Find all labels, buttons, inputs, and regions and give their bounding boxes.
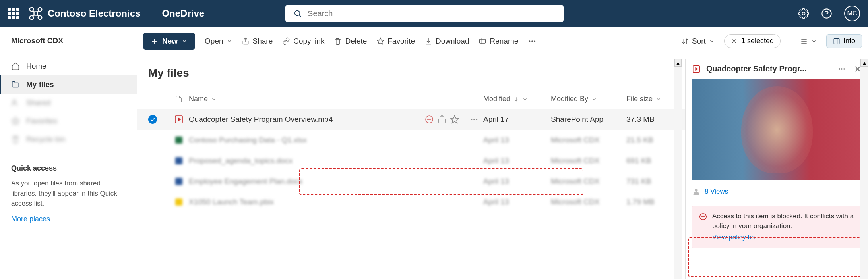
search-box[interactable] [285, 5, 564, 22]
table-row[interactable]: Quadcopter Safety Program Overview.mp4 A… [137, 109, 685, 130]
file-size: 691 KB [626, 156, 674, 165]
settings-icon[interactable] [798, 8, 809, 19]
blocked-icon [699, 212, 707, 221]
chevron-down-icon [656, 96, 661, 102]
check-icon [150, 117, 155, 122]
file-modifiedby: Microsoft CDX [551, 156, 626, 165]
svg-point-38 [473, 119, 475, 120]
share-icon[interactable] [437, 115, 447, 124]
file-name: Employee Engagement Plan.docx [189, 177, 302, 186]
avatar-initials: MC [847, 10, 857, 17]
file-size: 37.3 MB [626, 115, 674, 124]
svg-point-12 [822, 9, 831, 18]
col-modified-header[interactable]: Modified [483, 95, 551, 103]
list-view-icon [800, 37, 808, 45]
info-label: Info [843, 37, 855, 45]
col-modifiedby-header[interactable]: Modified By [551, 95, 626, 103]
chevron-down-icon [591, 96, 597, 102]
svg-line-10 [299, 15, 301, 17]
drone-icon [29, 6, 43, 21]
svg-point-51 [695, 189, 698, 192]
header-right: MC [798, 6, 860, 21]
search-input[interactable] [308, 9, 556, 18]
sidebar: Microsoft CDX Home My files Shared Favor… [0, 27, 137, 279]
table-row[interactable]: Contoso Purchasing Data - Q1.xlsx April … [137, 130, 685, 150]
svg-point-11 [802, 12, 805, 15]
chevron-down-icon [709, 38, 715, 44]
svg-line-7 [33, 15, 35, 16]
svg-marker-15 [12, 117, 19, 124]
svg-point-37 [471, 119, 473, 120]
file-modified: April 17 [483, 115, 551, 124]
pbix-file-icon [174, 197, 184, 207]
col-filesize-header[interactable]: File size [626, 95, 674, 103]
info-icon [833, 38, 840, 45]
svg-line-8 [37, 15, 39, 16]
table-header: Name Modified Modified By File size [137, 89, 685, 109]
row-check[interactable] [148, 115, 157, 124]
inner-scrollbar[interactable]: ▴ [674, 59, 682, 279]
file-modifiedby: Microsoft CDX [551, 136, 626, 144]
table-row[interactable]: X1050 Launch Team.pbix April 13 Microsof… [137, 192, 685, 212]
avatar[interactable]: MC [844, 6, 860, 21]
sort-label: Sort [692, 37, 706, 46]
file-modified: April 13 [483, 136, 551, 144]
help-icon[interactable] [821, 8, 832, 19]
sidebar-item-myfiles[interactable]: My files [0, 75, 137, 94]
selection-count[interactable]: 1 selected [724, 34, 781, 48]
file-size: 731 KB [626, 177, 674, 186]
svg-line-6 [37, 11, 39, 12]
file-name: Proposed_agenda_topics.docx [189, 156, 293, 165]
svg-marker-33 [178, 118, 180, 121]
close-icon[interactable] [731, 38, 737, 44]
home-icon [11, 62, 20, 71]
file-modified: April 13 [483, 198, 551, 206]
more-icon[interactable] [838, 65, 846, 73]
person-icon [692, 187, 701, 196]
sidebar-item-label: Recycle bin [26, 135, 65, 144]
blocked-icon[interactable] [424, 115, 434, 124]
scroll-up-arrow[interactable]: ▴ [674, 59, 682, 67]
app-launcher-icon[interactable] [8, 8, 19, 19]
views-link[interactable]: 8 Views [705, 188, 728, 196]
file-name: Contoso Purchasing Data - Q1.xlsx [189, 136, 307, 144]
svg-point-46 [839, 68, 840, 69]
table-row[interactable]: Proposed_agenda_topics.docx April 13 Mic… [137, 150, 685, 171]
tenant-name: Microsoft CDX [0, 37, 137, 45]
file-table: Name Modified Modified By File size [137, 89, 685, 212]
policy-tip-link[interactable]: View policy tip [712, 233, 855, 242]
chevron-down-icon [211, 96, 217, 102]
more-icon[interactable] [470, 115, 479, 124]
sidebar-item-home[interactable]: Home [0, 57, 137, 75]
panel-header: Quadcopter Safety Progr... [692, 64, 862, 73]
file-size: 1.79 MB [626, 198, 674, 206]
svg-point-9 [295, 11, 300, 16]
outer-scrollbar[interactable]: ▴ [860, 59, 868, 279]
sidebar-item-favorites[interactable]: Favorites [0, 112, 137, 130]
page-title: My files [137, 59, 685, 89]
info-panel: Quadcopter Safety Progr... 8 Views Acces… [685, 59, 868, 279]
quick-access-desc: As you open files from shared libraries,… [0, 178, 137, 209]
trash-icon [11, 135, 20, 144]
sort-button[interactable]: Sort [682, 37, 715, 46]
app-name[interactable]: OneDrive [162, 8, 204, 19]
svg-marker-45 [696, 67, 698, 70]
docx-file-icon [174, 177, 184, 186]
col-name-header[interactable]: Name [189, 95, 483, 103]
view-switch-button[interactable] [800, 37, 817, 45]
sidebar-item-shared[interactable]: Shared [0, 94, 137, 112]
arrow-down-icon [513, 96, 519, 102]
table-row[interactable]: Employee Engagement Plan.docx April 13 M… [137, 171, 685, 192]
chevron-down-icon [811, 38, 817, 44]
star-icon[interactable] [450, 115, 459, 124]
scroll-up-arrow[interactable]: ▴ [860, 59, 868, 67]
more-places-link[interactable]: More places... [0, 215, 137, 223]
info-button[interactable]: Info [826, 34, 862, 48]
policy-banner: Access to this item is blocked. It confl… [692, 206, 862, 248]
file-modifiedby: SharePoint App [551, 115, 626, 124]
video-file-icon [174, 115, 184, 124]
sidebar-item-label: Shared [26, 98, 50, 107]
sidebar-item-label: Favorites [26, 117, 57, 125]
video-thumbnail[interactable] [692, 79, 862, 180]
sidebar-item-recyclebin[interactable]: Recycle bin [0, 130, 137, 148]
